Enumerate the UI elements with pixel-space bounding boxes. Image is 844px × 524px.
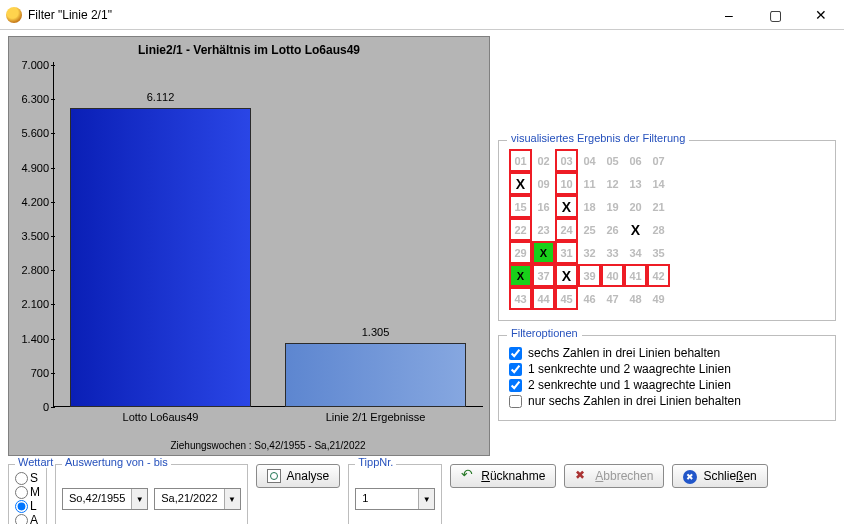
grid-cell: 47: [601, 287, 624, 310]
grid-cell: 45: [555, 287, 578, 310]
filter-option[interactable]: 2 senkrechte und 1 waagrechte Linien: [509, 378, 825, 392]
vis-result-fieldset: visualisiertes Ergebnis der Filterung 01…: [498, 140, 836, 321]
grid-cell: 18: [578, 195, 601, 218]
wettart-radio-l[interactable]: L: [15, 499, 40, 513]
grid-cell: 40: [601, 264, 624, 287]
x-category-label: Lotto Lo6aus49: [123, 411, 199, 423]
grid-cell: 26: [601, 218, 624, 241]
y-tick: 0: [43, 401, 49, 413]
grid-cell: 46: [578, 287, 601, 310]
chevron-down-icon[interactable]: ▼: [418, 489, 434, 509]
grid-cell: 02: [532, 149, 555, 172]
filter-options-legend: Filteroptionen: [507, 327, 582, 339]
radio-input[interactable]: [15, 486, 28, 499]
close-button[interactable]: ✕: [798, 0, 844, 30]
radio-input[interactable]: [15, 500, 28, 513]
cancel-button[interactable]: Abbrechen: [564, 464, 664, 488]
vis-result-legend: visualisiertes Ergebnis der Filterung: [507, 132, 689, 144]
grid-cell: X: [555, 264, 578, 287]
y-tick: 7.000: [21, 59, 49, 71]
wettart-group: Wettart SMLA: [8, 464, 47, 524]
filter-checkbox[interactable]: [509, 395, 522, 408]
grid-cell: X: [509, 172, 532, 195]
chart-title: Linie2/1 - Verhältnis im Lotto Lo6aus49: [9, 43, 489, 57]
grid-cell: 09: [532, 172, 555, 195]
range-to-combo[interactable]: Sa,21/2022 ▼: [154, 488, 240, 510]
filter-options-fieldset: Filteroptionen sechs Zahlen in drei Lini…: [498, 335, 836, 421]
grid-cell: 19: [601, 195, 624, 218]
wettart-radio-m[interactable]: M: [15, 485, 40, 499]
radio-input[interactable]: [15, 514, 28, 525]
grid-cell: 05: [601, 149, 624, 172]
bar: 1.305: [285, 343, 466, 407]
filter-option[interactable]: nur sechs Zahlen in drei Linien behalten: [509, 394, 825, 408]
undo-button[interactable]: Rücknahme: [450, 464, 556, 488]
bar-value-label: 6.112: [71, 91, 250, 103]
filter-option[interactable]: sechs Zahlen in drei Linien behalten: [509, 346, 825, 360]
y-tick: 2.800: [21, 264, 49, 276]
close-icon: [683, 469, 697, 483]
y-tick: 1.400: [21, 333, 49, 345]
filter-option-label: 1 senkrechte und 2 waagrechte Linien: [528, 362, 731, 376]
filter-options-list: sechs Zahlen in drei Linien behalten1 se…: [509, 346, 825, 408]
grid-cell: 42: [647, 264, 670, 287]
wettart-legend: Wettart: [15, 456, 56, 468]
filter-option-label: sechs Zahlen in drei Linien behalten: [528, 346, 720, 360]
radio-label: M: [30, 485, 40, 499]
undo-icon: [461, 469, 475, 483]
cancel-label: Abbrechen: [595, 469, 653, 483]
range-from-combo[interactable]: So,42/1955 ▼: [62, 488, 148, 510]
plot-area: 6.1121.305: [53, 65, 483, 407]
grid-cell: 29: [509, 241, 532, 264]
x-axis: Ziehungswochen : So,42/1955 - Sa,21/2022…: [53, 407, 483, 455]
wettart-radio-s[interactable]: S: [15, 471, 40, 485]
filter-checkbox[interactable]: [509, 363, 522, 376]
filter-checkbox[interactable]: [509, 347, 522, 360]
cancel-icon: [575, 469, 589, 483]
range-group: Auswertung von - bis So,42/1955 ▼ Sa,21/…: [55, 464, 248, 524]
minimize-button[interactable]: –: [706, 0, 752, 30]
radio-input[interactable]: [15, 472, 28, 485]
y-axis: 07001.4002.1002.8003.5004.2004.9005.6006…: [9, 65, 53, 407]
grid-cell: 01: [509, 149, 532, 172]
grid-cell: 39: [578, 264, 601, 287]
filter-option[interactable]: 1 senkrechte und 2 waagrechte Linien: [509, 362, 825, 376]
grid-cell: 13: [624, 172, 647, 195]
grid-cell: X: [555, 195, 578, 218]
grid-cell: 37: [532, 264, 555, 287]
grid-cell: 35: [647, 241, 670, 264]
tipp-combo[interactable]: 1 ▼: [355, 488, 435, 510]
grid-cell: 04: [578, 149, 601, 172]
maximize-button[interactable]: ▢: [752, 0, 798, 30]
filter-checkbox[interactable]: [509, 379, 522, 392]
number-grid: 01020304050607X0910111213141516X18192021…: [509, 149, 825, 310]
chevron-down-icon[interactable]: ▼: [131, 489, 147, 509]
y-tick: 3.500: [21, 230, 49, 242]
analyse-button[interactable]: Analyse: [256, 464, 341, 488]
tipp-group: TippNr. 1 ▼: [348, 464, 442, 524]
range-from-value: So,42/1955: [63, 489, 131, 509]
bar: 6.112: [70, 108, 251, 407]
chevron-down-icon[interactable]: ▼: [224, 489, 240, 509]
grid-cell: 32: [578, 241, 601, 264]
grid-cell: 03: [555, 149, 578, 172]
analyse-icon: [267, 469, 281, 483]
undo-label: Rücknahme: [481, 469, 545, 483]
grid-cell: 34: [624, 241, 647, 264]
y-tick: 4.200: [21, 196, 49, 208]
range-legend: Auswertung von - bis: [62, 456, 171, 468]
app-icon: [6, 7, 22, 23]
x-category-label: Linie 2/1 Ergebnisse: [326, 411, 426, 423]
bar-value-label: 1.305: [286, 326, 465, 338]
radio-label: S: [30, 471, 38, 485]
grid-cell: 12: [601, 172, 624, 195]
tipp-value: 1: [356, 489, 418, 509]
filter-option-label: 2 senkrechte und 1 waagrechte Linien: [528, 378, 731, 392]
grid-cell: 41: [624, 264, 647, 287]
y-tick: 2.100: [21, 298, 49, 310]
titlebar: Filter "Linie 2/1" – ▢ ✕: [0, 0, 844, 30]
wettart-radio-a[interactable]: A: [15, 513, 40, 524]
grid-cell: 10: [555, 172, 578, 195]
grid-cell: 28: [647, 218, 670, 241]
close-window-button[interactable]: Schließen: [672, 464, 767, 488]
